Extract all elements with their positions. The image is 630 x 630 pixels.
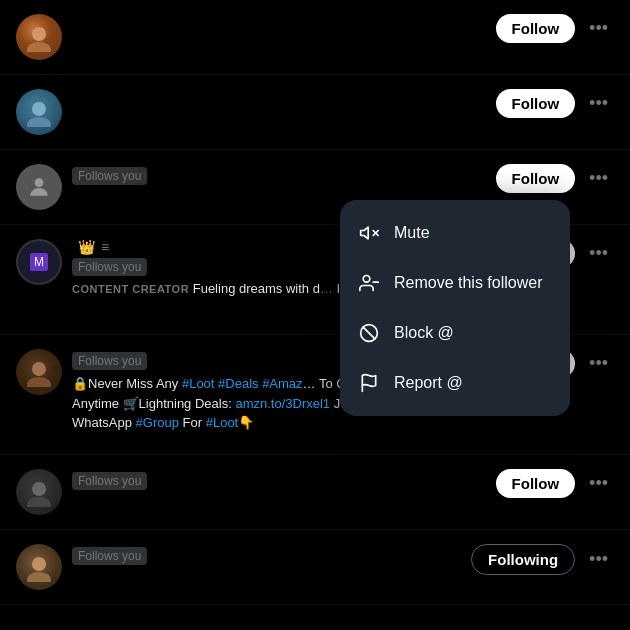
context-menu: Mute Remove this follower Block @ R [340,200,570,416]
remove-follower-label: Remove this follower [394,274,543,292]
actions: Follow ••• [496,14,614,43]
actions: Following ••• [471,544,614,575]
follows-you-badge: Follows you [72,472,147,490]
content-creator-label: content creator [72,283,189,295]
avatar [16,544,62,590]
follower-item: Follow ••• [0,0,630,75]
mute-label: Mute [394,224,430,242]
report-icon [358,372,380,394]
follows-you-badge: Follows you [72,167,147,185]
crown-icon: 👑 [78,239,95,255]
svg-point-2 [32,102,46,116]
svg-line-18 [363,327,375,339]
more-options-button[interactable]: ••• [583,545,614,574]
follows-you-badge: Follows you [72,258,147,276]
more-options-button[interactable]: ••• [583,469,614,498]
follower-item: Follows you Following ••• [0,530,630,605]
actions: Follow ••• [496,89,614,118]
follower-info: Follows you [72,544,471,565]
follow-button[interactable]: Follow [496,89,576,118]
svg-point-4 [35,178,44,187]
follower-item: Follows you Follow ••• [0,455,630,530]
avatar [16,14,62,60]
follow-button[interactable]: Follow [496,14,576,43]
actions: Follow ••• [496,164,614,193]
block-menu-item[interactable]: Block @ [340,308,570,358]
following-button[interactable]: Following [471,544,575,575]
svg-point-12 [27,572,51,582]
more-options-button[interactable]: ••• [583,164,614,193]
svg-point-0 [32,27,46,41]
follow-button[interactable]: Follow [496,469,576,498]
svg-point-1 [27,42,51,52]
more-options-button[interactable]: ••• [583,89,614,118]
follower-item: Follow ••• [0,75,630,150]
report-menu-item[interactable]: Report @ [340,358,570,408]
block-label: Block @ [394,324,454,342]
follows-you-badge: Follows you [72,352,147,370]
follows-you-badge: Follows you [72,547,147,565]
follower-info: Follows you [72,469,496,490]
svg-point-11 [32,557,46,571]
remove-follower-menu-item[interactable]: Remove this follower [340,258,570,308]
mute-icon [358,222,380,244]
avatar [16,469,62,515]
follow-button[interactable]: Follow [496,164,576,193]
svg-point-7 [32,362,46,376]
svg-point-8 [27,377,51,387]
more-options-button[interactable]: ••• [583,14,614,43]
avatar [16,164,62,210]
more-options-button[interactable]: ••• [583,239,614,268]
mute-menu-item[interactable]: Mute [340,208,570,258]
svg-point-9 [32,482,46,496]
report-label: Report @ [394,374,463,392]
svg-point-15 [363,276,370,283]
block-icon [358,322,380,344]
more-options-button[interactable]: ••• [583,349,614,378]
avatar [16,89,62,135]
svg-point-3 [27,117,51,127]
avatar [16,349,62,395]
list-icon: ≡ [101,239,109,255]
follower-info: Follows you [72,164,496,185]
actions: Follow ••• [496,469,614,498]
svg-point-10 [27,497,51,507]
remove-follower-icon [358,272,380,294]
svg-text:M: M [34,255,44,269]
